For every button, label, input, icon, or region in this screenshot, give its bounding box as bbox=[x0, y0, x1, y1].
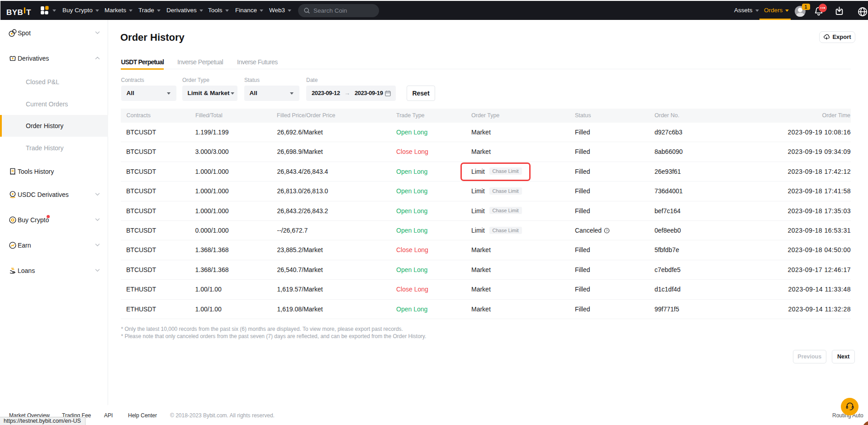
svg-text:?: ? bbox=[606, 229, 608, 233]
